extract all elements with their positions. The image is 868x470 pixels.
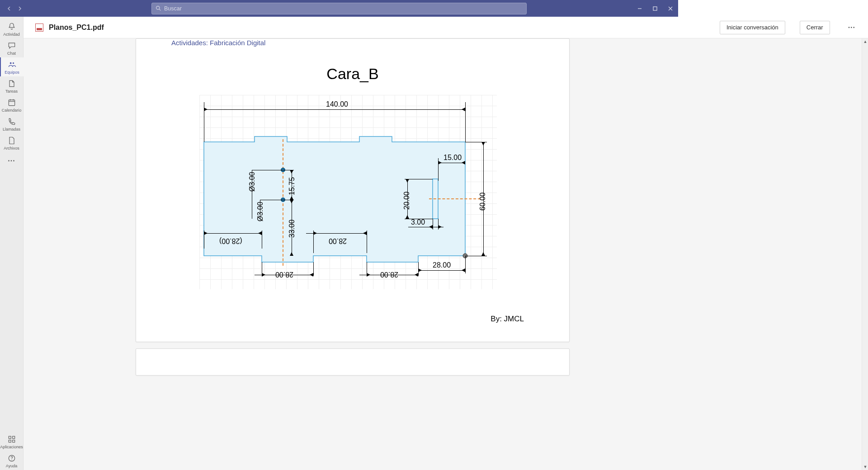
dim-width: 140.00	[326, 100, 348, 108]
rail-assignments[interactable]: Tareas	[0, 76, 24, 95]
dim-slot-width: 3.00	[411, 218, 425, 226]
phone-icon	[7, 117, 16, 126]
document-viewer: Actividades: Fabricación Digital Cara_B …	[24, 38, 678, 367]
window-close-button[interactable]	[663, 0, 678, 17]
dim-mid-span: 28.00	[329, 237, 347, 245]
pdf-icon	[35, 24, 43, 32]
search-input[interactable]	[164, 5, 523, 12]
svg-point-6	[9, 62, 11, 64]
rail-label: Chat	[7, 51, 16, 56]
rail-files[interactable]: Archivos	[0, 133, 24, 152]
svg-line-1	[159, 9, 160, 10]
search-icon	[156, 5, 161, 11]
window-maximize-button[interactable]	[647, 0, 663, 17]
rail-label: Archivos	[4, 146, 19, 150]
main-area: Planos_PC1.pdf Iniciar conversación Cerr…	[24, 17, 678, 367]
drawing-title: Cara_B	[136, 65, 569, 83]
rail-label: Equipos	[5, 70, 19, 75]
rail-calendar[interactable]: Calendario	[0, 95, 24, 114]
pdf-page-next	[136, 348, 570, 367]
document-header: Planos_PC1.pdf Iniciar conversación Cerr…	[24, 17, 678, 38]
dim-hole-gap: 15.75	[288, 177, 296, 195]
svg-point-7	[12, 62, 14, 64]
rail-label: Tareas	[5, 89, 18, 94]
teams-icon	[8, 60, 17, 69]
drawing-byline: By: JMCL	[491, 315, 524, 324]
pdf-page: Actividades: Fabricación Digital Cara_B …	[136, 38, 570, 342]
dim-dia2: Ø3.00	[256, 202, 264, 221]
dim-slot-height: 20.00	[403, 192, 411, 210]
technical-drawing: 140.00 60.00 15.00	[199, 95, 497, 289]
rail-more-button[interactable]: ···	[0, 152, 24, 169]
window-minimize-button[interactable]	[632, 0, 647, 17]
app-rail: Actividad Chat Equipos Tareas Calendario…	[0, 17, 24, 367]
calendar-icon	[7, 98, 16, 107]
assignments-icon	[7, 79, 16, 88]
rail-teams[interactable]: Equipos	[0, 57, 24, 76]
dim-right-inset: 15.00	[443, 154, 462, 162]
dim-bottom-tab1: 28.00	[275, 270, 293, 278]
search-bar[interactable]	[151, 3, 527, 14]
svg-rect-3	[653, 7, 657, 10]
rail-chat[interactable]: Chat	[0, 38, 24, 57]
dim-dia1: Ø3.00	[248, 172, 256, 192]
svg-point-0	[156, 6, 160, 9]
dim-left-span: (28.00)	[219, 237, 242, 245]
dim-bottom-tab2: 28.00	[380, 270, 398, 278]
dim-hole-to-edge: 33.00	[288, 220, 296, 238]
file-icon	[7, 136, 16, 145]
rail-activity[interactable]: Actividad	[0, 19, 24, 38]
chat-icon	[7, 41, 16, 50]
title-bar	[0, 0, 678, 17]
rail-label: Actividad	[3, 32, 20, 37]
nav-back-button[interactable]	[4, 3, 14, 14]
svg-rect-8	[9, 100, 14, 106]
dim-bottom-right: 28.00	[433, 261, 451, 269]
dim-height: 60.00	[479, 193, 487, 211]
rail-calls[interactable]: Llamadas	[0, 114, 24, 133]
rail-label: Llamadas	[3, 127, 20, 132]
rail-label: Calendario	[2, 108, 22, 113]
document-section-header: Actividades: Fabricación Digital	[171, 39, 265, 47]
document-title: Planos_PC1.pdf	[49, 24, 104, 32]
nav-forward-button[interactable]	[14, 3, 25, 14]
bell-icon	[7, 22, 16, 31]
